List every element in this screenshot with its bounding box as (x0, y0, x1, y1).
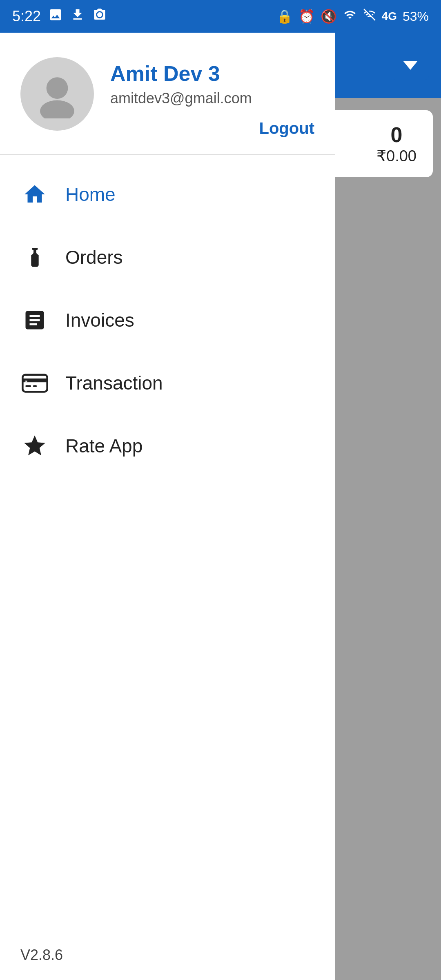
mute-icon: 🔇 (321, 9, 337, 24)
app-header-background (0, 33, 441, 98)
lock-icon: 🔒 (276, 9, 293, 24)
alarm-icon: ⏰ (298, 9, 315, 24)
status-bar-left: 5:22 (12, 7, 107, 26)
status-bar-right: 🔒 ⏰ 🔇 4G 53% (276, 9, 429, 24)
status-bar: 5:22 🔒 ⏰ 🔇 4G 53% (0, 0, 441, 33)
wifi-icon (343, 9, 357, 24)
network-4g: 4G (382, 10, 397, 23)
background-main: 0 ₹0.00 (0, 98, 441, 980)
sim-icon (92, 7, 107, 26)
battery-display: 53% (403, 9, 429, 24)
order-amount: ₹0.00 (376, 147, 416, 165)
image-icon (48, 7, 63, 26)
order-count: 0 (376, 122, 416, 147)
signal-icon (363, 9, 376, 24)
dropdown-button[interactable] (392, 51, 429, 80)
summary-column: 0 ₹0.00 (376, 122, 416, 165)
chevron-down-icon (403, 61, 418, 70)
download-icon (70, 7, 85, 26)
time-display: 5:22 (12, 8, 41, 25)
summary-card: 0 ₹0.00 (8, 110, 433, 177)
background-content: 0 ₹0.00 (0, 33, 441, 980)
